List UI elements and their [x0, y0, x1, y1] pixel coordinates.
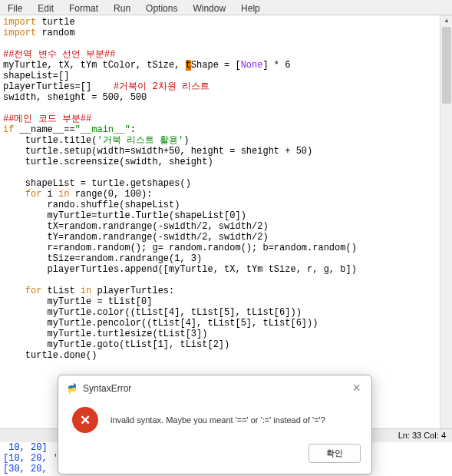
code-text: turtle — [36, 17, 74, 28]
code-text: rando.shuffle(shapeList) — [3, 200, 180, 210]
code-text — [3, 189, 25, 200]
kw-in: in — [58, 189, 69, 200]
scroll-thumb[interactable] — [442, 27, 451, 104]
code-text: random — [36, 28, 74, 38]
code-text: tX=random.randrange(-swidth/2, swidth/2) — [3, 221, 269, 232]
python-icon — [66, 382, 78, 395]
dialog-footer: 확인 — [58, 439, 371, 468]
menu-window[interactable]: Window — [185, 2, 233, 13]
code-text: myTurtle=turtle.Turtle(shapeList[0]) — [3, 210, 246, 221]
kw-in: in — [81, 286, 91, 296]
code-text: tSize=random.randrange(1, 3) — [3, 253, 202, 264]
dialog-message: invalid syntax. Maybe you meant '==' or … — [111, 415, 325, 425]
shell-line: 10, 20] — [3, 442, 48, 453]
code-text: myTurtle = tList[0] — [3, 296, 152, 307]
code-text: r=random.random(); g= random.random(); b… — [3, 243, 357, 253]
kw-for: for — [25, 286, 42, 296]
error-highlight: t — [186, 60, 191, 71]
code-text: myTurtle.turtlesize(tList[3]) — [3, 329, 207, 339]
code-text: swidth, sheight = 500, 500 — [3, 92, 147, 103]
close-icon[interactable]: × — [349, 380, 364, 396]
code-text: myTurtle.goto(tList[1], tList[2]) — [3, 339, 229, 350]
code-text: myTurtle, tX, tYm tColor, tSize, — [3, 60, 186, 71]
kw-import: import — [3, 28, 36, 38]
code-text: ) — [183, 135, 189, 146]
code-text: tY=random.randrange(-swidth/2, swidth/2) — [3, 232, 269, 243]
menu-options[interactable]: Options — [138, 2, 185, 13]
kw-import: import — [3, 17, 36, 28]
code-text: myTurtle.color((tList[4], tList[5], tLis… — [3, 307, 302, 318]
shell-line: [10, 20, — [3, 453, 53, 464]
comment: #거북이 2차원 리스트 — [114, 81, 210, 92]
code-text: turtle.screensize(swidth, sheight) — [3, 157, 213, 167]
code-text: Shape = [ — [191, 60, 241, 71]
code-text: turtle.done() — [3, 350, 97, 361]
kw-for: for — [25, 189, 42, 200]
string: "__main__" — [75, 124, 130, 135]
code-text: turtle.title( — [3, 135, 97, 146]
error-dialog: SyntaxError × ✕ invalid syntax. Maybe yo… — [58, 375, 372, 474]
code-text: shapeList=[] — [3, 71, 69, 81]
menu-bar: File Edit Format Run Options Window Help — [0, 0, 452, 15]
code-text: range(0, 100): — [69, 189, 152, 200]
ok-button[interactable]: 확인 — [308, 444, 361, 463]
shell-line: [30, 20, — [3, 464, 53, 474]
code-text: playerTurtles.append([myTurtle, tX, tYm … — [3, 264, 357, 275]
code-text: playerTurtles: — [91, 286, 174, 296]
kw-none: None — [241, 60, 263, 71]
menu-edit[interactable]: Edit — [30, 2, 61, 13]
code-text: __name__== — [14, 124, 74, 135]
code-text — [3, 286, 25, 296]
scroll-up-icon[interactable]: ▲ — [440, 15, 452, 28]
dialog-body: ✕ invalid syntax. Maybe you meant '==' o… — [58, 401, 371, 439]
code-text: myTurtle.pencolor((tList[4], tList[5], t… — [3, 318, 318, 329]
menu-help[interactable]: Help — [233, 2, 268, 13]
code-text: turtle.setup(width=swidth+50, height = s… — [3, 146, 312, 157]
string: '거북 리스트 활용' — [97, 135, 183, 146]
error-x-icon: ✕ — [72, 407, 98, 433]
code-text: playerTurtles=[] — [3, 81, 114, 92]
cursor-position: Ln: 33 Col: 4 — [398, 431, 446, 440]
dialog-title-text: SyntaxError — [83, 383, 131, 394]
code-editor[interactable]: import turtle import random ##전역 변수 선언 부… — [0, 15, 452, 422]
code-text: : — [130, 124, 136, 135]
kw-if: if — [3, 124, 14, 135]
vertical-scrollbar[interactable]: ▲ — [440, 15, 452, 430]
menu-format[interactable]: Format — [61, 2, 106, 13]
code-text: tList — [41, 286, 80, 296]
menu-run[interactable]: Run — [106, 2, 138, 13]
code-text: shapeList = turtle.getshapes() — [3, 178, 191, 189]
dialog-titlebar: SyntaxError × — [58, 375, 371, 401]
menu-file[interactable]: File — [0, 2, 30, 13]
comment: ##전역 변수 선언 부분## — [3, 49, 115, 60]
code-text: ] * 6 — [262, 60, 290, 71]
comment: ##메인 코드 부분## — [3, 114, 91, 124]
code-text: i — [41, 189, 58, 200]
